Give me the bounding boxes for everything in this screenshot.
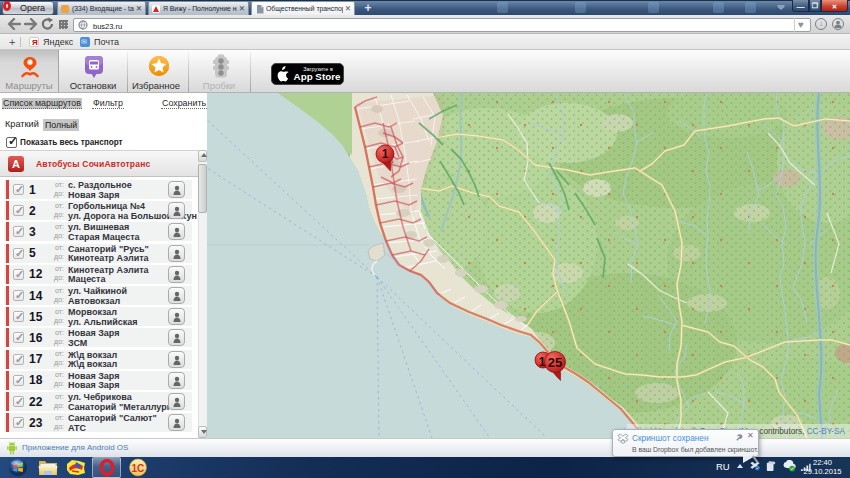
svg-text:1: 1 [382, 147, 389, 161]
svg-text:1С: 1С [132, 463, 145, 474]
svg-text:25: 25 [548, 355, 562, 370]
svg-text:1: 1 [539, 355, 546, 369]
